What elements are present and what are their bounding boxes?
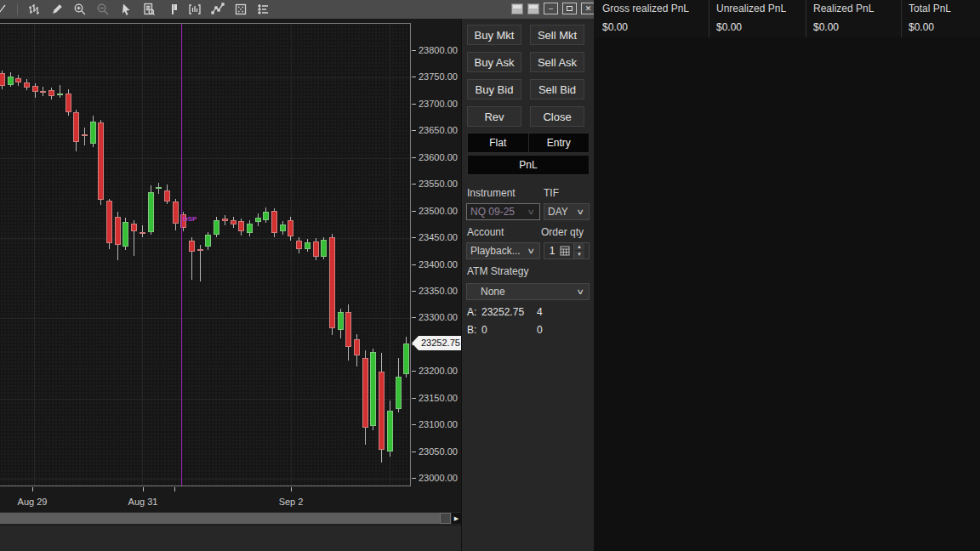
candle-body: [0, 73, 5, 87]
playback-marker-label: DSP: [183, 215, 197, 223]
chevron-down-icon: ∨: [577, 207, 585, 216]
tif-label: TIF: [544, 187, 559, 199]
scrollbar-thumb[interactable]: [0, 513, 451, 524]
tick-dash: [412, 317, 416, 318]
position-row-label: A:: [467, 306, 476, 318]
time-tick: [143, 487, 144, 491]
candle-body: [238, 221, 244, 232]
pnl-summary-strip: Gross realized PnL$0.00Unrealized PnL$0.…: [594, 0, 980, 37]
tick-dash: [412, 264, 416, 265]
bar-chart-icon[interactable]: [26, 3, 41, 17]
pnl-column-divider: [901, 0, 902, 37]
chart-settings-icon[interactable]: [233, 3, 248, 17]
tick-dash: [412, 211, 416, 212]
dock-panel-2-icon[interactable]: [527, 3, 539, 14]
list-icon[interactable]: [256, 3, 271, 17]
candle-body: [173, 202, 179, 224]
order-button-buy-mkt[interactable]: Buy Mkt: [467, 25, 521, 45]
candle-body: [362, 358, 368, 428]
candle-body: [122, 222, 128, 247]
order-qty-value: 1: [544, 245, 560, 257]
pnl-column-header[interactable]: Gross realized PnL: [602, 3, 689, 14]
cursor-icon[interactable]: [118, 3, 133, 17]
gridline-horizontal: [0, 77, 410, 78]
chart-box-icon[interactable]: [187, 3, 202, 17]
order-button-buy-bid[interactable]: Buy Bid: [467, 79, 521, 99]
gridline-vertical: [291, 24, 292, 486]
pnl-panel: Gross realized PnL$0.00Unrealized PnL$0.…: [594, 0, 980, 551]
toolbar-icons: [0, 0, 271, 19]
calculator-icon[interactable]: [560, 246, 570, 256]
candle-body: [140, 232, 145, 234]
order-button-sell-ask[interactable]: Sell Ask: [530, 52, 584, 72]
restore-button[interactable]: [562, 3, 577, 14]
candle-body: [288, 220, 293, 237]
order-button-buy-ask[interactable]: Buy Ask: [467, 52, 521, 72]
candle-body: [338, 312, 344, 330]
qty-decrement-button[interactable]: ▼: [574, 251, 584, 258]
zoom-in-icon[interactable]: [72, 3, 87, 17]
scrollbar-grip[interactable]: [440, 513, 451, 524]
trading-app-window: – ✕ Gross realized PnL$0.00Unrealized Pn…: [0, 0, 980, 551]
price-tick-label: 23550.00: [419, 179, 458, 189]
pnl-column-header[interactable]: Realized PnL: [813, 3, 874, 14]
zoom-out-icon[interactable]: [95, 3, 110, 17]
tick-dash: [412, 452, 416, 452]
instrument-select[interactable]: NQ 09-25 ∨: [466, 203, 540, 220]
tab-pnl[interactable]: PnL: [468, 156, 589, 174]
check-icon[interactable]: [0, 3, 9, 17]
tab-entry[interactable]: Entry: [529, 133, 590, 152]
order-button-sell-mkt[interactable]: Sell Mkt: [530, 25, 584, 45]
order-entry-panel: Buy MktSell MktBuy AskSell AskBuy BidSel…: [461, 19, 594, 551]
price-tick-label: 23050.00: [419, 446, 458, 457]
time-tick-label: Sep 2: [279, 497, 304, 507]
instrument-label: Instrument: [467, 187, 516, 199]
price-tick-label: 23650.00: [419, 125, 458, 135]
atm-strategy-select[interactable]: None ∨: [466, 283, 590, 300]
playback-position-line[interactable]: [181, 24, 182, 486]
last-price-tag: 23252.75: [412, 336, 461, 350]
scrollbar-right-arrow[interactable]: ▶: [452, 513, 461, 524]
price-tick-label: 23700.00: [419, 99, 458, 109]
candle-body: [66, 94, 71, 112]
chevron-down-icon: ∨: [577, 287, 585, 296]
time-axis[interactable]: Aug 29Aug 31Sep 2: [0, 486, 461, 512]
panel-icon[interactable]: [164, 3, 179, 17]
minimize-button[interactable]: –: [544, 3, 558, 14]
price-tick-label: 23400.00: [419, 259, 458, 270]
order-button-close[interactable]: Close: [530, 106, 584, 127]
tick-dash: [412, 50, 416, 51]
pnl-column-header[interactable]: Unrealized PnL: [716, 3, 786, 14]
qty-increment-button[interactable]: ▲: [574, 243, 584, 251]
account-select[interactable]: Playback... ∨: [466, 242, 540, 259]
candlestick-plot[interactable]: DSP: [0, 23, 411, 486]
pencil-icon[interactable]: [49, 3, 64, 17]
order-button-sell-bid[interactable]: Sell Bid: [530, 79, 584, 99]
tick-dash: [412, 237, 416, 238]
position-price: 0: [481, 324, 487, 336]
candle-body: [40, 91, 46, 94]
position-qty: 4: [537, 306, 543, 318]
position-qty: 0: [537, 324, 543, 336]
zigzag-icon[interactable]: [210, 3, 225, 17]
tick-dash: [412, 371, 416, 372]
pnl-column-divider: [709, 0, 709, 37]
time-tick-label: Aug 31: [128, 497, 158, 507]
order-button-rev[interactable]: Rev: [467, 106, 521, 127]
time-tick: [174, 487, 175, 491]
order-qty-field[interactable]: 1 ▲ ▼: [544, 242, 590, 259]
candle-body: [189, 241, 195, 253]
pnl-column-header[interactable]: Total PnL: [909, 3, 951, 14]
chevron-down-icon: ∨: [527, 247, 536, 255]
chart-scrollbar: ▶: [0, 512, 461, 525]
pnl-column-value: $0.00: [909, 21, 934, 33]
doc-search-icon[interactable]: [141, 3, 156, 17]
candle-body: [115, 217, 121, 245]
account-label: Account: [467, 226, 504, 238]
tab-flat[interactable]: Flat: [468, 133, 529, 152]
candle-body: [313, 241, 319, 257]
candle-body: [280, 224, 286, 231]
price-axis[interactable]: 23800.0023750.0023700.0023650.0023600.00…: [411, 23, 461, 486]
dock-panel-icon[interactable]: [511, 3, 523, 14]
tif-select[interactable]: DAY ∨: [544, 203, 590, 220]
